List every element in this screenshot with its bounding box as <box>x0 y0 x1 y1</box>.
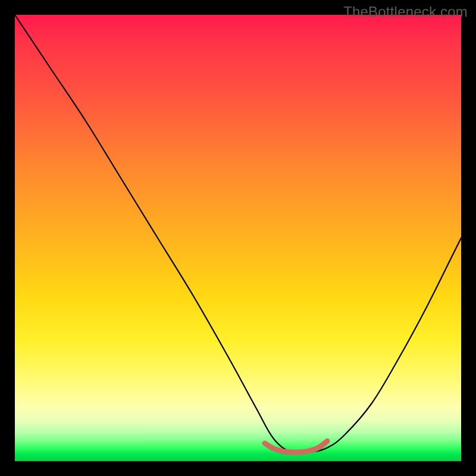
bottleneck-curve-svg <box>15 15 461 461</box>
basin-marker <box>265 441 327 452</box>
bottleneck-curve <box>15 15 461 453</box>
